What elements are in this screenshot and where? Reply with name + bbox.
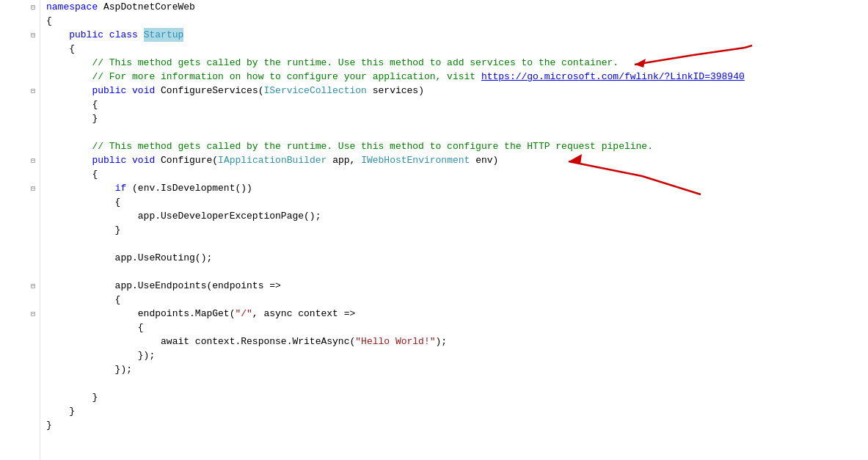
gutter-row <box>0 293 40 307</box>
code-line: public void Configure(IApplicationBuilde… <box>46 153 868 167</box>
code-text <box>46 153 92 167</box>
code-text: } <box>46 223 120 237</box>
code-text: services) <box>367 84 424 98</box>
code-text: AspDotnetCoreWeb <box>98 0 195 14</box>
code-line: { <box>46 14 868 28</box>
code-line: } <box>46 404 868 418</box>
gutter-row <box>0 70 40 84</box>
code-text: app.UseDeveloperExceptionPage(); <box>46 209 321 223</box>
gutter-row <box>0 390 40 404</box>
code-text: } <box>46 112 98 125</box>
code-text: endpoints.MapGet( <box>46 307 235 321</box>
gutter-row: ⊟ <box>0 307 40 321</box>
collapse-icon[interactable]: ⊟ <box>31 31 35 40</box>
code-line: app.UseEndpoints(endpoints => <box>46 279 868 293</box>
code-text <box>126 153 132 167</box>
keyword: void <box>132 84 155 98</box>
code-text <box>103 28 109 42</box>
gutter-row <box>0 321 40 335</box>
gutter-row <box>0 362 40 376</box>
code-line: { <box>46 293 868 307</box>
keyword: public <box>69 28 103 42</box>
gutter-row <box>0 237 40 251</box>
gutter-row: ⊟ <box>0 181 40 195</box>
gutter-row <box>0 195 40 209</box>
code-line: public class Startup <box>46 28 868 42</box>
gutter-row <box>0 42 40 56</box>
code-text: (env.IsDevelopment()) <box>126 181 252 195</box>
code-text <box>126 84 132 98</box>
keyword: if <box>115 181 127 195</box>
gutter-row <box>0 418 40 432</box>
gutter-row <box>0 125 40 139</box>
comment: // This method gets called by the runtim… <box>46 139 653 153</box>
gutter-row: ⊟ <box>0 279 40 293</box>
code-text: { <box>46 167 98 181</box>
keyword: public <box>92 153 126 167</box>
code-line: } <box>46 112 868 125</box>
code-text: await context.Response.WriteAsync( <box>46 335 355 348</box>
gutter-row <box>0 112 40 125</box>
code-text: ConfigureServices( <box>155 84 263 98</box>
code-line: { <box>46 98 868 112</box>
gutter-row <box>0 348 40 362</box>
code-line: }); <box>46 348 868 362</box>
code-text: { <box>46 321 144 335</box>
collapse-icon[interactable]: ⊟ <box>31 3 35 12</box>
type-name: IServiceCollection <box>264 84 367 98</box>
code-line <box>46 265 868 279</box>
code-text: } <box>46 404 75 418</box>
gutter-row: ⊟ <box>0 0 40 14</box>
code-text: ); <box>436 335 448 348</box>
code-line: { <box>46 167 868 181</box>
collapse-icon[interactable]: ⊟ <box>31 87 35 95</box>
gutter-row <box>0 265 40 279</box>
gutter-row <box>0 139 40 153</box>
comment: // This method gets called by the runtim… <box>46 56 619 70</box>
code-text <box>46 84 92 98</box>
code-line: } <box>46 418 868 432</box>
code-line: }); <box>46 362 868 376</box>
collapse-icon[interactable]: ⊟ <box>31 156 35 165</box>
code-text: { <box>46 42 75 56</box>
type-name: IWebHostEnvironment <box>361 153 470 167</box>
keyword: class <box>109 28 138 42</box>
code-text: app, <box>327 153 361 167</box>
gutter-row <box>0 404 40 418</box>
keyword: public <box>92 84 126 98</box>
code-text: { <box>46 98 98 112</box>
code-line: } <box>46 390 868 404</box>
code-text: }); <box>46 362 132 376</box>
microsoft-link[interactable]: https://go.microsoft.com/fwlink/?LinkID=… <box>481 70 745 84</box>
code-text: Configure( <box>155 153 218 167</box>
code-text <box>46 28 69 42</box>
gutter-row <box>0 167 40 181</box>
code-text: app.UseRouting(); <box>46 251 212 265</box>
gutter-row <box>0 56 40 70</box>
code-line: // This method gets called by the runtim… <box>46 139 868 153</box>
code-content: namespace AspDotnetCoreWeb { public clas… <box>40 0 868 460</box>
code-line: // This method gets called by the runtim… <box>46 56 868 70</box>
collapse-icon[interactable]: ⊟ <box>31 310 35 318</box>
code-line: app.UseRouting(); <box>46 251 868 265</box>
gutter-row <box>0 376 40 390</box>
gutter-row: ⊟ <box>0 28 40 42</box>
gutter-row <box>0 98 40 112</box>
gutter-row: ⊟ <box>0 84 40 98</box>
type-name: IApplicationBuilder <box>218 153 327 167</box>
code-line: // For more information on how to config… <box>46 70 868 84</box>
gutter-row <box>0 209 40 223</box>
collapse-icon[interactable]: ⊟ <box>31 184 35 193</box>
collapse-icon[interactable]: ⊟ <box>31 282 35 291</box>
code-text: env) <box>470 153 498 167</box>
code-line <box>46 125 868 139</box>
code-line: endpoints.MapGet("/", async context => <box>46 307 868 321</box>
code-text: } <box>46 390 98 404</box>
comment: // For more information on how to config… <box>46 70 481 84</box>
code-line: if (env.IsDevelopment()) <box>46 181 868 195</box>
gutter-row: ⊟ <box>0 153 40 167</box>
code-text: { <box>46 195 120 209</box>
code-text: } <box>46 418 52 432</box>
code-text: { <box>46 293 120 307</box>
keyword: namespace <box>46 0 98 14</box>
